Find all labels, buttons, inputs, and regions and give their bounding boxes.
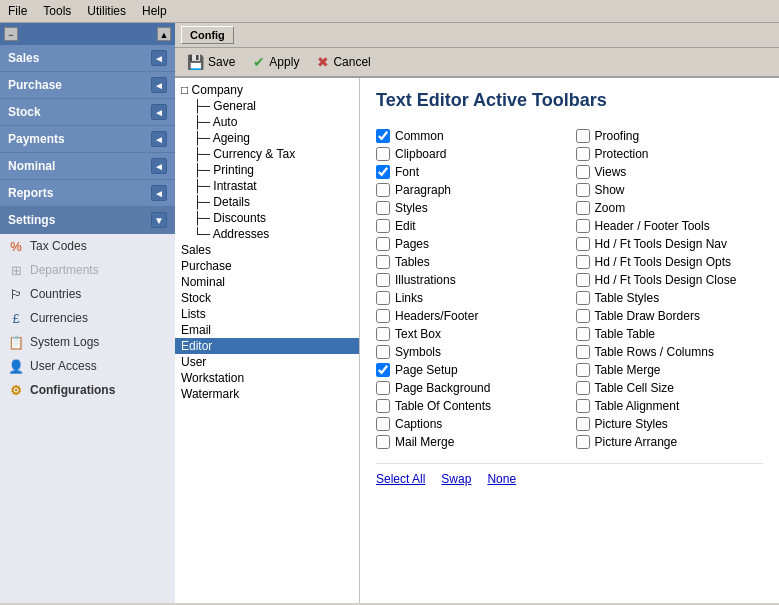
cb-table-merge-input[interactable] [576,363,590,377]
tree-item-addresses[interactable]: └─ Addresses [175,226,359,242]
settings-user-access[interactable]: 👤 User Access [0,354,175,378]
cb-hd-ft-design-opts-input[interactable] [576,255,590,269]
cancel-button[interactable]: ✖ Cancel [311,52,376,72]
cb-table-styles: Table Styles [576,289,764,307]
sidebar-item-reports[interactable]: Reports ◄ [0,180,175,207]
settings-tax-codes[interactable]: % Tax Codes [0,234,175,258]
tree-item-workstation[interactable]: Workstation [175,370,359,386]
swap-link[interactable]: Swap [441,472,471,486]
config-tab-btn[interactable]: Config [181,26,234,44]
cb-table-cell-size-input[interactable] [576,381,590,395]
cb-hd-ft-design-close-input[interactable] [576,273,590,287]
cb-captions-input[interactable] [376,417,390,431]
tree-item-purchase[interactable]: Purchase [175,258,359,274]
cb-table-of-contents-input[interactable] [376,399,390,413]
right-checkboxes: Proofing Protection Views Show [576,127,764,451]
cb-page-setup: Page Setup [376,361,564,379]
cb-table-alignment-input[interactable] [576,399,590,413]
cb-page-setup-input[interactable] [376,363,390,377]
menu-help[interactable]: Help [138,2,171,20]
tree-item-stock[interactable]: Stock [175,290,359,306]
cb-font-input[interactable] [376,165,390,179]
cb-styles-input[interactable] [376,201,390,215]
cb-text-box-input[interactable] [376,327,390,341]
cb-pages-input[interactable] [376,237,390,251]
cb-common-input[interactable] [376,129,390,143]
cb-tables-input[interactable] [376,255,390,269]
tree-item-user[interactable]: User [175,354,359,370]
cb-headers-footer-input[interactable] [376,309,390,323]
settings-countries[interactable]: 🏳 Countries [0,282,175,306]
cb-illustrations-input[interactable] [376,273,390,287]
cb-protection-input[interactable] [576,147,590,161]
tree-item-intrastat[interactable]: ├─ Intrastat [175,178,359,194]
tree-item-watermark[interactable]: Watermark [175,386,359,402]
sidebar-item-nominal[interactable]: Nominal ◄ [0,153,175,180]
cb-picture-styles-input[interactable] [576,417,590,431]
tree-item-nominal[interactable]: Nominal [175,274,359,290]
tree-item-currency-tax[interactable]: ├─ Currency & Tax [175,146,359,162]
cb-header-footer-tools-input[interactable] [576,219,590,233]
cb-symbols-input[interactable] [376,345,390,359]
sidebar-item-payments[interactable]: Payments ◄ [0,126,175,153]
tree-item-details[interactable]: ├─ Details [175,194,359,210]
tree-item-email[interactable]: Email [175,322,359,338]
cb-clipboard-input[interactable] [376,147,390,161]
sidebar-minimize-btn[interactable]: − [4,27,18,41]
tree-item-sales[interactable]: Sales [175,242,359,258]
cb-table-styles-input[interactable] [576,291,590,305]
tree-item-auto[interactable]: ├─ Auto [175,114,359,130]
cb-table-table: Table Table [576,325,764,343]
cb-table-rows-columns-input[interactable] [576,345,590,359]
tree-item-printing[interactable]: ├─ Printing [175,162,359,178]
cb-show-input[interactable] [576,183,590,197]
cb-zoom-input[interactable] [576,201,590,215]
cb-views-input[interactable] [576,165,590,179]
menu-utilities[interactable]: Utilities [83,2,130,20]
tree-item-discounts[interactable]: ├─ Discounts [175,210,359,226]
cb-mail-merge-input[interactable] [376,435,390,449]
menu-file[interactable]: File [4,2,31,20]
menu-tools[interactable]: Tools [39,2,75,20]
cb-links-input[interactable] [376,291,390,305]
sidebar-item-purchase[interactable]: Purchase ◄ [0,72,175,99]
none-link[interactable]: None [487,472,516,486]
tree-item-ageing[interactable]: ├─ Ageing [175,130,359,146]
sidebar-top: − ▲ [0,23,175,45]
action-toolbar: 💾 Save ✔ Apply ✖ Cancel [175,48,779,78]
sidebar-item-sales[interactable]: Sales ◄ [0,45,175,72]
cb-clipboard: Clipboard [376,145,564,163]
settings-departments[interactable]: ⊞ Departments [0,258,175,282]
cb-table-draw-borders-input[interactable] [576,309,590,323]
tree-item-lists[interactable]: Lists [175,306,359,322]
cb-paragraph-input[interactable] [376,183,390,197]
percent-icon: % [8,238,24,254]
cb-hd-ft-design-close: Hd / Ft Tools Design Close [576,271,764,289]
pound-icon: £ [8,310,24,326]
cb-table-table-input[interactable] [576,327,590,341]
save-button[interactable]: 💾 Save [181,52,241,72]
select-all-link[interactable]: Select All [376,472,425,486]
settings-configurations[interactable]: ⚙ Configurations [0,378,175,402]
cb-proofing-input[interactable] [576,129,590,143]
apply-button[interactable]: ✔ Apply [247,52,305,72]
sidebar-collapse-btn[interactable]: ▲ [157,27,171,41]
sidebar-item-stock[interactable]: Stock ◄ [0,99,175,126]
cb-captions: Captions [376,415,564,433]
settings-currencies[interactable]: £ Currencies [0,306,175,330]
cb-picture-arrange-input[interactable] [576,435,590,449]
cb-edit-input[interactable] [376,219,390,233]
cb-hd-ft-design-nav-input[interactable] [576,237,590,251]
tree-item-company[interactable]: □ Company [175,82,359,98]
settings-section: % Tax Codes ⊞ Departments 🏳 Countries £ … [0,234,175,603]
tree-item-general[interactable]: ├─ General [175,98,359,114]
cb-table-of-contents: Table Of Contents [376,397,564,415]
settings-system-logs[interactable]: 📋 System Logs [0,330,175,354]
cb-pages: Pages [376,235,564,253]
cb-picture-arrange: Picture Arrange [576,433,764,451]
save-icon: 💾 [187,54,204,70]
tree-item-editor[interactable]: Editor [175,338,359,354]
cb-page-background-input[interactable] [376,381,390,395]
payments-arrow-icon: ◄ [151,131,167,147]
sidebar-item-settings[interactable]: Settings ▼ [0,207,175,234]
